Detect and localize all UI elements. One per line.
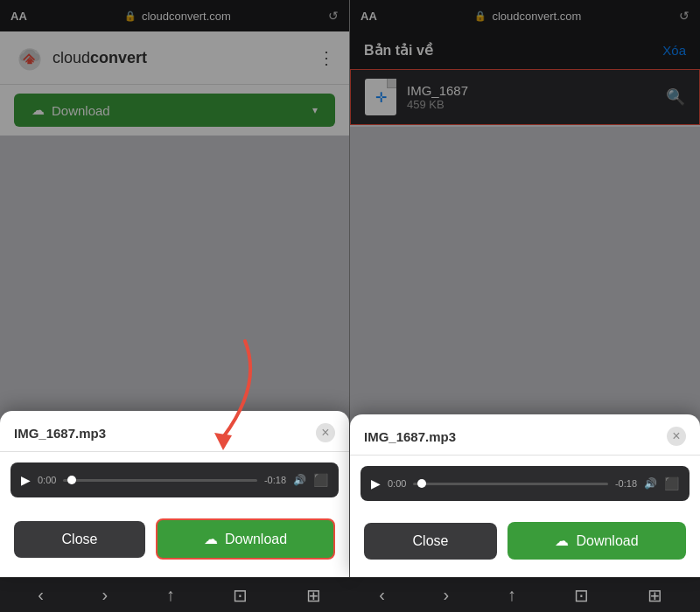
- modal-download-button-left[interactable]: ☁ Download: [156, 518, 335, 560]
- progress-dot-right: [417, 479, 426, 488]
- nav-share-right[interactable]: ↑: [499, 581, 525, 609]
- left-screen: AA 🔒 cloudconvert.com ↺ cloudconvert: [0, 0, 350, 577]
- time-start-right: 0:00: [388, 478, 406, 489]
- nav-share-left[interactable]: ↑: [158, 581, 184, 609]
- modal-close-x-right[interactable]: ×: [667, 427, 686, 446]
- modal-overlay-left: IMG_1687.mp3 × ▶ 0:00 -0:18 🔊 ⬛ Close: [0, 0, 349, 577]
- modal-header-left: IMG_1687.mp3 ×: [0, 411, 349, 452]
- modal-close-x-left[interactable]: ×: [316, 423, 335, 442]
- nav-tabs-right[interactable]: ⊞: [639, 581, 671, 609]
- airplay-icon-right[interactable]: ⬛: [664, 476, 679, 490]
- nav-forward-left[interactable]: ›: [93, 581, 116, 609]
- progress-bar-left[interactable]: [63, 479, 257, 482]
- audio-player-left: ▶ 0:00 -0:18 🔊 ⬛: [10, 462, 339, 497]
- audio-player-right: ▶ 0:00 -0:18 🔊 ⬛: [360, 466, 690, 501]
- progress-bar-right[interactable]: [413, 483, 608, 485]
- play-button-left[interactable]: ▶: [21, 473, 31, 487]
- time-end-right: -0:18: [615, 478, 637, 489]
- nav-forward-right[interactable]: ›: [434, 581, 458, 609]
- right-screen: AA 🔒 cloudconvert.com ↺ Bản tải về Xóa ✛…: [350, 0, 700, 577]
- nav-bookmarks-right[interactable]: ⊡: [565, 581, 598, 609]
- modal-right: IMG_1687.mp3 × ▶ 0:00 -0:18 🔊 ⬛ Close: [350, 414, 700, 577]
- download-icon-modal-left: ☁: [204, 531, 218, 547]
- nav-back-right[interactable]: ‹: [370, 581, 394, 609]
- modal-header-right: IMG_1687.mp3 ×: [350, 414, 700, 456]
- progress-dot-left: [67, 476, 76, 484]
- airplay-icon-left[interactable]: ⬛: [313, 473, 328, 487]
- volume-icon-left[interactable]: 🔊: [293, 474, 306, 486]
- play-button-right[interactable]: ▶: [371, 476, 381, 490]
- nav-back-left[interactable]: ‹: [29, 581, 52, 609]
- modal-close-button-right[interactable]: Close: [364, 523, 497, 560]
- download-icon-modal-right: ☁: [555, 532, 569, 549]
- modal-left: IMG_1687.mp3 × ▶ 0:00 -0:18 🔊 ⬛ Close: [0, 411, 349, 577]
- volume-icon-right[interactable]: 🔊: [644, 477, 657, 490]
- modal-footer-right: Close ☁ Download: [350, 511, 700, 577]
- modal-footer-left: Close ☁ Download: [0, 508, 349, 577]
- modal-download-button-right[interactable]: ☁ Download: [508, 522, 686, 560]
- modal-overlay-right: IMG_1687.mp3 × ▶ 0:00 -0:18 🔊 ⬛ Close: [350, 0, 700, 577]
- modal-close-button-left[interactable]: Close: [14, 521, 145, 558]
- nav-tabs-left[interactable]: ⊞: [298, 581, 330, 609]
- modal-filename-right: IMG_1687.mp3: [364, 429, 456, 444]
- time-end-left: -0:18: [264, 475, 286, 485]
- modal-filename-left: IMG_1687.mp3: [14, 426, 106, 441]
- time-start-left: 0:00: [38, 475, 56, 485]
- nav-bookmarks-left[interactable]: ⊡: [224, 581, 256, 609]
- bottom-nav: ‹ › ↑ ⊡ ⊞ ‹ › ↑ ⊡ ⊞: [0, 577, 700, 612]
